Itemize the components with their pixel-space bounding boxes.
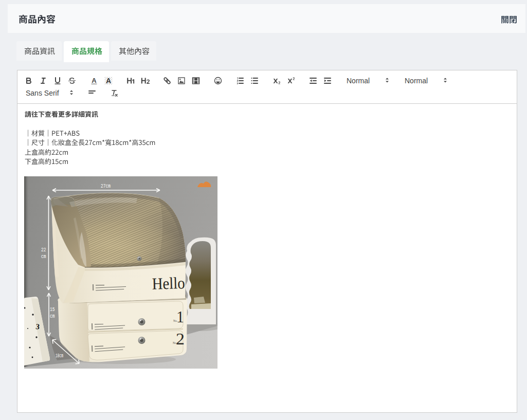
svg-text:cm: cm [41, 253, 46, 260]
svg-text:27cm: 27cm [101, 183, 111, 189]
svg-text:1: 1 [176, 307, 184, 326]
svg-text:A: A [106, 77, 111, 85]
svg-text:A: A [92, 77, 97, 84]
svg-text:22: 22 [41, 247, 46, 253]
svg-text:15: 15 [50, 306, 55, 313]
svg-text:Hello: Hello [152, 273, 185, 293]
svg-text:18cm: 18cm [56, 353, 63, 359]
svg-text:No.: No. [173, 319, 178, 322]
svg-text:No.: No. [173, 341, 177, 344]
svg-text:cm: cm [50, 313, 55, 319]
svg-text:2: 2 [176, 330, 185, 348]
